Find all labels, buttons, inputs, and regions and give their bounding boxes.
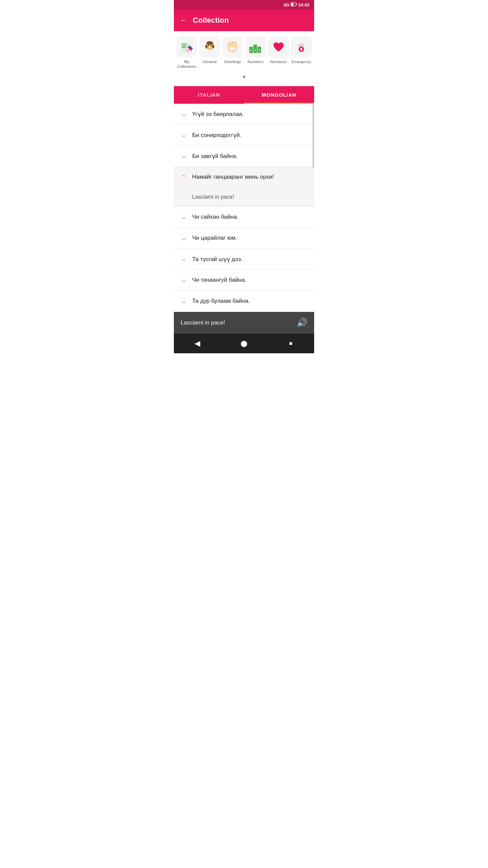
emergency-icon-wrap bbox=[291, 37, 312, 58]
category-emergency[interactable]: Emergency bbox=[290, 37, 313, 67]
numbers-icon: 2 1 3 bbox=[248, 39, 263, 55]
numbers-icon-wrap: 2 1 3 bbox=[245, 37, 266, 58]
back-button[interactable]: ← bbox=[180, 16, 187, 25]
greetings-icon bbox=[225, 39, 240, 55]
phrase-row-expanded[interactable]: ⌵ Намайг ганцааранг минь орхи! bbox=[174, 167, 314, 188]
scrollbar bbox=[312, 104, 314, 168]
speaker-button[interactable]: 🔊 bbox=[297, 317, 307, 328]
phrase-text: Та дур булаам байна. bbox=[192, 298, 250, 304]
status-bar: 4G ⚡ 10:43 bbox=[174, 0, 314, 9]
phrase-row[interactable]: ⌵ Чи сайхан байна. bbox=[174, 207, 314, 228]
svg-point-14 bbox=[210, 45, 212, 46]
svg-text:3: 3 bbox=[259, 49, 260, 52]
collapse-icon: ⌵ bbox=[180, 131, 187, 139]
translation-row: Lasciami in pace! bbox=[174, 188, 314, 207]
category-greetings[interactable]: Greetings bbox=[221, 37, 244, 67]
category-general[interactable]: General bbox=[198, 37, 221, 67]
chevron-down-icon: ▾ bbox=[243, 73, 246, 81]
expand-icon: ⌵ bbox=[180, 173, 187, 181]
language-tabs: ITALIAN MONGOLIAN bbox=[174, 86, 314, 104]
romance-icon-wrap bbox=[268, 37, 289, 58]
phrase-row[interactable]: ⌵ Би завгүй байна. bbox=[174, 146, 314, 167]
tab-mongolian[interactable]: MONGOLIAN bbox=[244, 86, 314, 104]
status-icons: 4G ⚡ 10:43 bbox=[283, 2, 309, 7]
phrase-text: Би сонирходоггүй. bbox=[192, 132, 241, 139]
collapse-icon: ⌵ bbox=[180, 255, 187, 263]
battery-indicator: ⚡ bbox=[291, 2, 297, 7]
playback-bar: Lasciami in pace! 🔊 bbox=[174, 312, 314, 334]
phrase-text: Та тусгай шүү дээ. bbox=[192, 256, 243, 263]
nav-home-button[interactable]: ⬤ bbox=[237, 337, 251, 350]
nav-recents-button[interactable]: ■ bbox=[284, 337, 298, 350]
general-icon bbox=[202, 39, 218, 55]
page-title: Collection bbox=[193, 16, 229, 25]
signal-indicator: 4G bbox=[283, 2, 289, 7]
svg-text:1: 1 bbox=[255, 49, 256, 52]
svg-point-22 bbox=[207, 46, 208, 47]
svg-rect-17 bbox=[209, 48, 211, 49]
collapse-icon: ⌵ bbox=[180, 297, 187, 305]
category-numbers[interactable]: 2 1 3 Numbers bbox=[244, 37, 267, 67]
phrase-row[interactable]: ⌵ Чи царайлаг юм. bbox=[174, 228, 314, 249]
general-icon-wrap bbox=[199, 37, 220, 58]
svg-point-23 bbox=[211, 46, 212, 47]
svg-rect-7 bbox=[182, 47, 186, 48]
collapse-icon: ⌵ bbox=[180, 213, 187, 221]
playback-text: Lasciami in pace! bbox=[181, 319, 225, 326]
svg-rect-18 bbox=[209, 47, 210, 48]
phrase-row[interactable]: ⌵ Та тусгай шүү дээ. bbox=[174, 249, 314, 270]
svg-rect-34 bbox=[301, 48, 302, 51]
app-header: ← Collection bbox=[174, 9, 314, 31]
collapse-icon: ⌵ bbox=[180, 152, 187, 160]
nav-bar: ◀ ⬤ ■ bbox=[174, 334, 314, 353]
my-collections-icon-wrap bbox=[176, 37, 197, 58]
svg-rect-2 bbox=[296, 3, 297, 5]
collapse-icon: ⌵ bbox=[180, 276, 187, 284]
phrase-list: ⌵ Үгүй ээ баярлалаа. ⌵ Би сонирходоггүй.… bbox=[174, 104, 314, 312]
collapse-icon: ⌵ bbox=[180, 110, 187, 118]
category-strip: My Collections bbox=[174, 31, 314, 86]
emergency-icon bbox=[293, 39, 309, 55]
svg-text:2: 2 bbox=[250, 49, 252, 52]
phrase-row[interactable]: ⌵ Үгүй ээ баярлалаа. bbox=[174, 104, 314, 125]
svg-rect-6 bbox=[182, 45, 186, 46]
phrase-row[interactable]: ⌵ Чи тачаангуй байна. bbox=[174, 270, 314, 291]
phrase-row[interactable]: ⌵ Та дур булаам байна. bbox=[174, 291, 314, 312]
phrase-row[interactable]: ⌵ Би сонирходоггүй. bbox=[174, 125, 314, 146]
romance-icon bbox=[271, 39, 286, 55]
show-more-row[interactable]: ▾ bbox=[174, 72, 314, 83]
phrase-text: Чи тачаангуй байна. bbox=[192, 277, 246, 283]
nav-back-button[interactable]: ◀ bbox=[190, 337, 204, 350]
collapse-icon: ⌵ bbox=[180, 234, 187, 242]
emergency-label: Emergency bbox=[291, 60, 311, 64]
tab-italian[interactable]: ITALIAN bbox=[174, 86, 244, 104]
svg-text:⚡: ⚡ bbox=[292, 3, 295, 6]
svg-point-20 bbox=[205, 44, 207, 48]
my-collections-label: My Collections bbox=[176, 60, 198, 69]
phrase-text: Би завгүй байна. bbox=[192, 153, 238, 160]
svg-point-13 bbox=[208, 45, 209, 46]
phrase-text: Чи царайлаг юм. bbox=[192, 235, 237, 241]
greetings-icon-wrap bbox=[222, 37, 243, 58]
svg-rect-31 bbox=[299, 44, 304, 46]
category-row: My Collections bbox=[174, 37, 314, 72]
phrase-text: Чи сайхан байна. bbox=[192, 214, 239, 220]
phrase-text: Намайг ганцааранг минь орхи! bbox=[192, 174, 274, 180]
svg-point-21 bbox=[212, 44, 214, 48]
translation-text: Lasciami in pace! bbox=[192, 194, 234, 200]
svg-point-19 bbox=[206, 41, 213, 45]
category-my-collections[interactable]: My Collections bbox=[175, 37, 198, 72]
general-label: General bbox=[203, 60, 217, 64]
time-display: 10:43 bbox=[298, 2, 309, 7]
my-collections-icon bbox=[179, 39, 195, 55]
greetings-label: Greetings bbox=[224, 60, 241, 64]
numbers-label: Numbers bbox=[248, 60, 264, 64]
phrase-text: Үгүй ээ баярлалаа. bbox=[192, 111, 244, 118]
romance-label: Romance bbox=[270, 60, 287, 64]
svg-rect-5 bbox=[182, 44, 187, 45]
category-romance[interactable]: Romance bbox=[267, 37, 290, 67]
